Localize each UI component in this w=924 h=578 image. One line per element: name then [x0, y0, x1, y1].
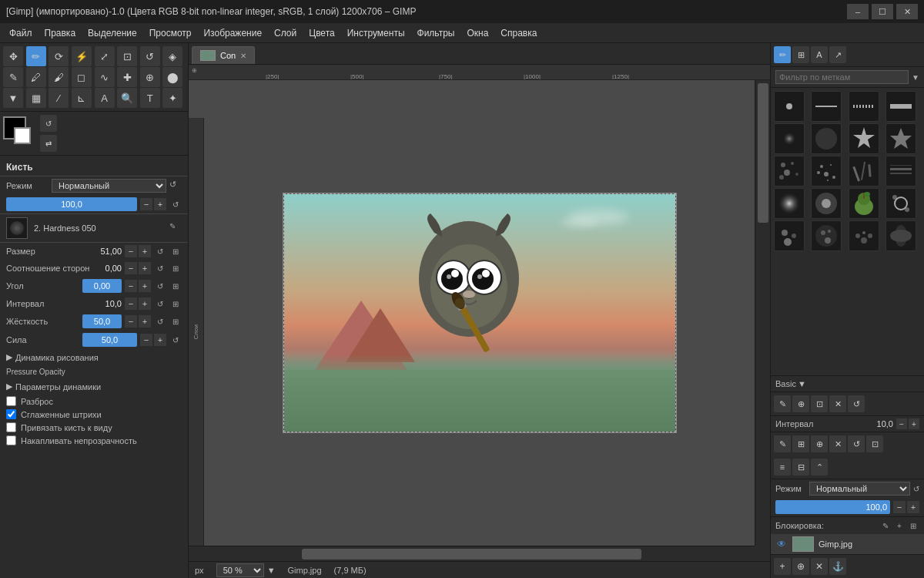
bind-checkbox[interactable] — [6, 422, 16, 432]
brush-cell-8[interactable] — [886, 123, 916, 154]
menu-image[interactable]: Изображение — [197, 25, 268, 41]
brush-cell-7[interactable] — [849, 123, 879, 154]
spacing-minus[interactable]: − — [125, 297, 137, 310]
tool-text[interactable]: T — [140, 88, 160, 108]
menu-filters[interactable]: Фильтры — [411, 25, 461, 41]
hardness-reset-icon[interactable]: ↺ — [154, 315, 166, 328]
brush-cell-11[interactable] — [849, 156, 879, 187]
panel-icon-grid[interactable]: ⊞ — [792, 46, 809, 63]
tool-magic-select[interactable]: ⚡ — [72, 46, 92, 66]
layer-visibility-icon[interactable]: 👁 — [775, 538, 788, 550]
lock-position-icon[interactable]: + — [893, 519, 906, 532]
canvas-tab[interactable]: Con ✕ — [192, 46, 255, 64]
force-plus[interactable]: + — [154, 334, 166, 346]
size-link-icon[interactable]: ⊞ — [169, 245, 182, 257]
size-minus[interactable]: − — [125, 245, 137, 257]
brush-action-refresh[interactable]: ↺ — [848, 395, 865, 412]
ratio-link-icon[interactable]: ⊞ — [169, 262, 182, 274]
tool-picker[interactable]: ∕ — [49, 88, 69, 108]
mode-reset-icon[interactable]: ↺ — [169, 180, 182, 192]
tool-clone[interactable]: ⊕ — [140, 67, 160, 87]
vertical-scrollbar[interactable] — [755, 80, 770, 546]
brush-cell-9[interactable] — [774, 156, 805, 187]
icon-grid-2[interactable]: ⊞ — [792, 435, 809, 452]
icon-refresh-2[interactable]: ↺ — [848, 435, 865, 452]
h-scroll-thumb[interactable] — [302, 549, 641, 560]
tool-dodge[interactable]: ⬤ — [162, 67, 182, 87]
lock-alpha-icon[interactable]: ⊞ — [907, 519, 919, 532]
tool-heal[interactable]: ✚ — [117, 67, 137, 87]
icon-table-3[interactable]: ⊟ — [792, 459, 809, 476]
tool-shear[interactable]: ◈ — [162, 46, 182, 66]
tool-paths[interactable]: ✦ — [162, 88, 182, 108]
brush-action-delete[interactable]: ✕ — [829, 395, 846, 412]
angle-minus[interactable]: − — [125, 280, 137, 292]
horizontal-scrollbar[interactable] — [189, 546, 755, 561]
tool-transform[interactable]: ⤢ — [95, 46, 115, 66]
gimp-canvas[interactable] — [283, 193, 676, 432]
opacity-plus[interactable]: + — [154, 198, 166, 210]
icon-extra-2[interactable]: ⊡ — [866, 435, 883, 452]
menu-tools[interactable]: Инструменты — [341, 25, 411, 41]
brush-cell-14[interactable] — [811, 188, 842, 219]
brush-action-copy[interactable]: ⊕ — [792, 395, 809, 412]
menu-select[interactable]: Выделение — [82, 25, 143, 41]
accum-checkbox[interactable] — [6, 435, 16, 445]
size-reset-icon[interactable]: ↺ — [154, 245, 166, 257]
zoom-arrow-icon[interactable]: ▼ — [267, 566, 276, 575]
tool-eraser[interactable]: ◻ — [72, 67, 92, 87]
hardness-plus[interactable]: + — [139, 315, 151, 328]
tool-brush[interactable]: ✏ — [26, 46, 46, 66]
right-spacing-minus[interactable]: − — [896, 418, 907, 429]
brush-cell-5[interactable] — [774, 123, 805, 154]
brush-cell-18[interactable] — [811, 220, 842, 251]
tool-measure[interactable]: ⊾ — [72, 88, 92, 108]
layer-delete-icon[interactable]: ✕ — [811, 558, 828, 575]
force-bar[interactable]: 50,0 — [82, 333, 137, 347]
tool-ink[interactable]: 🖊 — [26, 67, 46, 87]
smooth-checkbox[interactable] — [6, 409, 16, 419]
close-button[interactable]: ✕ — [896, 4, 918, 19]
right-mode-reset[interactable]: ↺ — [913, 485, 919, 493]
brush-cell-4[interactable] — [886, 91, 916, 122]
icon-edit-2[interactable]: ✎ — [774, 435, 791, 452]
zoom-select[interactable]: 50 % 25 % 100 % 200 % — [216, 563, 264, 577]
panel-icon-paint[interactable]: ✏ — [774, 46, 791, 63]
brush-dropdown[interactable]: Basic ▼ — [775, 379, 806, 388]
menu-file[interactable]: Файл — [3, 25, 38, 41]
brush-cell-13[interactable] — [774, 188, 805, 219]
layer-add-icon[interactable]: + — [774, 558, 791, 575]
maximize-button[interactable]: ☐ — [872, 4, 893, 19]
brush-cell-1[interactable] — [774, 91, 805, 122]
brush-action-edit[interactable]: ✎ — [774, 395, 791, 412]
tool-align[interactable]: A — [95, 88, 115, 108]
brush-action-paste[interactable]: ⊡ — [811, 395, 828, 412]
brush-cell-15[interactable] — [849, 188, 879, 219]
brush-edit-icon[interactable]: ✎ — [169, 222, 182, 234]
brush-cell-19[interactable] — [849, 220, 879, 251]
menu-edit[interactable]: Правка — [38, 25, 82, 41]
ratio-reset-icon[interactable]: ↺ — [154, 262, 166, 274]
brush-cell-10[interactable] — [811, 156, 842, 187]
brush-cell-17[interactable] — [774, 220, 805, 251]
menu-colors[interactable]: Цвета — [303, 25, 340, 41]
lock-pixels-icon[interactable]: ✎ — [879, 519, 892, 532]
layer-anchor-icon[interactable]: ⚓ — [829, 558, 846, 575]
tool-gradient[interactable]: ▦ — [26, 88, 46, 108]
brush-thumbnail[interactable] — [6, 217, 28, 239]
dynamics-section[interactable]: ▶ Динамика рисования — [0, 349, 188, 365]
tool-rotate[interactable]: ↺ — [140, 46, 160, 66]
spacing-reset-icon[interactable]: ↺ — [154, 297, 166, 310]
tool-lasso[interactable]: ⟳ — [49, 46, 69, 66]
right-spacing-plus[interactable]: + — [909, 418, 919, 429]
force-reset-icon[interactable]: ↺ — [169, 334, 182, 346]
ratio-minus[interactable]: − — [125, 262, 137, 274]
brush-cell-2[interactable] — [811, 91, 842, 122]
reset-colors-icon[interactable]: ↺ — [40, 115, 57, 132]
swap-colors-icon[interactable]: ⇄ — [40, 135, 57, 152]
icon-align-3[interactable]: ≡ — [774, 459, 791, 476]
brush-cell-12[interactable] — [886, 156, 916, 187]
opacity-bar[interactable]: 100,0 — [6, 197, 137, 211]
minimize-button[interactable]: – — [847, 4, 869, 19]
tool-paint[interactable]: 🖌 — [49, 67, 69, 87]
